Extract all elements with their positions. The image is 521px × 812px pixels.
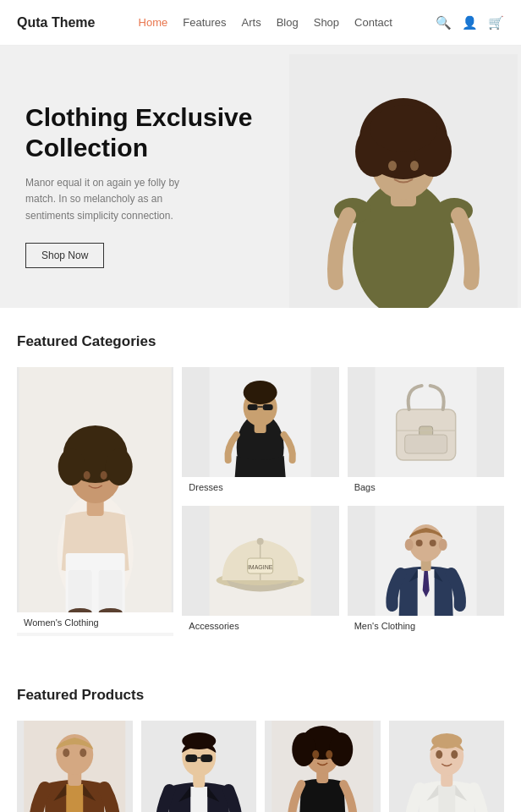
dresses-image [182,367,338,477]
womens-clothing-label: Women's Clothing [17,612,173,633]
category-womens-clothing[interactable]: Women's Clothing [17,367,173,636]
hero-title: Clothing Exclusive Collection [25,102,260,163]
shop-now-button[interactable]: Shop Now [25,243,104,268]
svg-rect-75 [438,785,455,812]
nav-blog[interactable]: Blog [277,16,299,29]
svg-point-51 [429,540,436,546]
product4-svg [389,721,505,812]
svg-point-57 [80,749,86,757]
cart-icon[interactable]: 🛒 [488,15,504,30]
womens-clothing-image [17,367,173,612]
svg-rect-31 [248,404,258,410]
featured-categories-section: Featured Categories [0,308,521,661]
dresses-label: Dresses [182,477,338,497]
product-item-2[interactable] [141,721,257,812]
nav-arts[interactable]: Arts [242,16,261,29]
svg-point-56 [63,749,69,757]
svg-rect-32 [263,404,273,410]
svg-rect-53 [66,784,83,812]
search-icon[interactable]: 🔍 [436,15,452,30]
hero-content: Clothing Exclusive Collection Manor equa… [0,46,286,308]
svg-point-8 [388,161,397,171]
mens-clothing-image [348,506,504,616]
svg-point-20 [58,448,85,486]
product-image-3 [265,721,381,812]
bags-label: Bags [348,477,504,497]
products-grid [17,721,504,812]
svg-point-23 [101,471,107,480]
product-item-4[interactable] [389,721,505,812]
brand-name: Quta Theme [17,15,95,30]
hero-section: Clothing Exclusive Collection Manor equa… [0,46,521,308]
product-item-3[interactable] [265,721,381,812]
hero-person-svg [289,54,518,308]
hero-subtitle: Manor equal it on again ye folly by matc… [25,175,211,224]
svg-rect-59 [190,787,207,812]
svg-text:IMAGINE: IMAGINE [248,564,273,570]
category-bags[interactable]: Bags [348,367,504,497]
svg-point-48 [404,539,413,551]
mens-clothing-label: Men's Clothing [348,616,504,636]
nav-shop[interactable]: Shop [314,16,339,29]
category-dresses[interactable]: Dresses [182,367,338,497]
svg-point-50 [415,540,422,546]
bags-image [348,367,504,477]
navbar: Quta Theme Home Features Arts Blog Shop … [0,0,521,46]
svg-point-62 [182,732,216,749]
categories-title: Featured Categories [17,333,504,350]
nav-features[interactable]: Features [183,16,226,29]
product3-svg [265,721,381,812]
product-item-1[interactable] [17,721,133,812]
dresses-svg [182,367,338,477]
hero-image [286,46,521,308]
svg-point-49 [438,539,447,551]
svg-point-43 [257,538,264,545]
bags-svg [348,367,504,477]
svg-point-79 [436,750,442,759]
svg-point-21 [106,448,133,486]
svg-point-72 [312,750,319,759]
svg-point-73 [326,750,332,759]
svg-rect-15 [69,570,92,612]
svg-point-30 [244,381,277,404]
category-accessories[interactable]: IMAGINE Accessories [182,506,338,636]
nav-links: Home Features Arts Blog Shop Contact [139,16,392,29]
svg-rect-38 [404,435,447,453]
featured-products-section: Featured Products [0,661,521,812]
svg-point-80 [451,750,458,759]
categories-grid: Women's Clothing [17,367,504,636]
product-image-1 [17,721,133,812]
nav-contact[interactable]: Contact [354,16,392,29]
womens-svg [17,367,173,612]
svg-rect-63 [185,754,197,762]
product1-svg [17,721,133,812]
svg-point-71 [329,732,353,766]
product-image-2 [141,721,257,812]
svg-point-22 [84,471,90,480]
svg-rect-16 [99,570,123,612]
nav-home[interactable]: Home [139,16,168,29]
product2-svg [141,721,257,812]
nav-icons: 🔍 👤 🛒 [436,15,504,30]
product-image-4 [389,721,505,812]
products-title: Featured Products [17,687,504,704]
svg-point-70 [292,732,315,766]
svg-rect-64 [200,754,212,762]
svg-point-78 [431,733,462,749]
category-mens-clothing[interactable]: Men's Clothing [348,506,504,636]
svg-point-9 [410,161,419,171]
accessories-label: Accessories [182,616,338,636]
accessories-svg: IMAGINE [182,506,338,616]
accessories-image: IMAGINE [182,506,338,616]
svg-point-7 [370,105,437,152]
mens-svg [348,506,504,616]
user-icon[interactable]: 👤 [462,15,478,30]
